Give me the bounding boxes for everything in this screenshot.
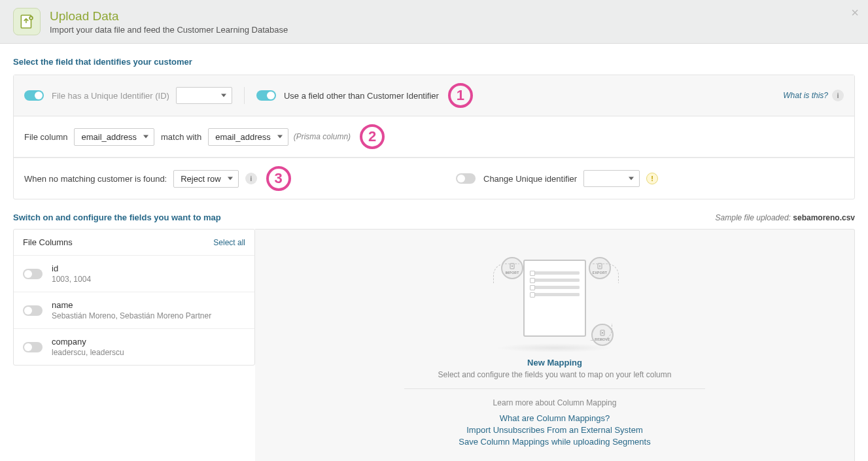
file-columns-panel: File Columns Select all id 1003, 1004 na… [13, 229, 255, 366]
field-name: id [52, 264, 91, 273]
section-identify-title: Select the field that identifies your cu… [13, 57, 855, 67]
field-row-name: name Sebastián Moreno, Sebastián Moreno … [14, 292, 254, 329]
field-row-id: id 1003, 1004 [14, 256, 254, 292]
field-sample: Sebastián Moreno, Sebastián Moreno Partn… [52, 311, 211, 320]
warning-icon[interactable]: ! [646, 173, 658, 184]
mapping-placeholder-panel: IMPORT EXPORT REMOVE New Mapping Select [255, 229, 855, 461]
placeholder-illustration: IMPORT EXPORT REMOVE [489, 249, 620, 347]
what-is-this-link[interactable]: What is this? [783, 91, 828, 100]
change-uid-select[interactable] [583, 170, 640, 187]
toggle-field-company[interactable] [23, 342, 43, 352]
field-name: company [52, 337, 124, 347]
unique-id-label: File has a Unique Identifier (ID) [52, 91, 169, 101]
prisma-hint: (Prisma column) [294, 132, 351, 141]
field-name: name [52, 300, 211, 310]
upload-icon [13, 8, 41, 35]
sample-file-text: Sample file uploaded: sebamoreno.csv [716, 213, 855, 222]
toggle-unique-id[interactable] [24, 90, 44, 101]
toggle-other-field[interactable] [256, 90, 276, 101]
dialog-subtitle: Import your data file and feed the Custo… [50, 25, 288, 35]
help-link-mappings[interactable]: What are Column Mappings? [459, 413, 650, 423]
toggle-field-name[interactable] [23, 305, 43, 316]
callout-3: 3 [266, 166, 291, 191]
file-column-select[interactable]: email_address [74, 128, 154, 146]
no-match-label: When no matching customer is found: [24, 174, 167, 184]
dialog-header: Upload Data Import your data file and fe… [0, 0, 868, 44]
toggle-change-uid[interactable] [456, 173, 476, 184]
section-map-title: Switch on and configure the fields you w… [13, 213, 221, 222]
new-mapping-subtitle: Select and configure the fields you want… [404, 370, 705, 389]
help-link-segments[interactable]: Save Column Mappings while uploading Seg… [459, 437, 650, 447]
match-with-label: match with [161, 132, 201, 142]
learn-more-label: Learn more about Column Mapping [493, 398, 617, 407]
toggle-field-id[interactable] [23, 269, 43, 279]
unique-id-select[interactable] [176, 87, 232, 104]
field-row-company: company leaderscu, leaderscu [14, 329, 254, 365]
change-uid-label: Change Unique identifier [483, 174, 577, 184]
match-with-select[interactable]: email_address [208, 128, 288, 146]
info-icon[interactable]: i [832, 90, 844, 101]
no-match-info-icon[interactable]: i [245, 173, 257, 184]
file-columns-header: File Columns [23, 237, 73, 247]
field-sample: leaderscu, leaderscu [52, 348, 124, 357]
divider [244, 87, 245, 104]
callout-2: 2 [360, 124, 385, 149]
dialog-title: Upload Data [50, 9, 288, 24]
no-match-select[interactable]: Reject row [173, 170, 238, 188]
new-mapping-title: New Mapping [527, 358, 582, 367]
close-button[interactable]: × [851, 5, 859, 20]
help-link-unsubscribes[interactable]: Import Unsubscribes From an External Sys… [459, 425, 650, 435]
callout-1: 1 [448, 83, 473, 108]
file-column-label: File column [24, 132, 67, 142]
field-sample: 1003, 1004 [52, 275, 91, 284]
select-all-link[interactable]: Select all [213, 238, 245, 247]
identify-box: File has a Unique Identifier (ID) Use a … [13, 75, 855, 199]
other-field-label: Use a field other than Customer Identifi… [284, 91, 439, 101]
